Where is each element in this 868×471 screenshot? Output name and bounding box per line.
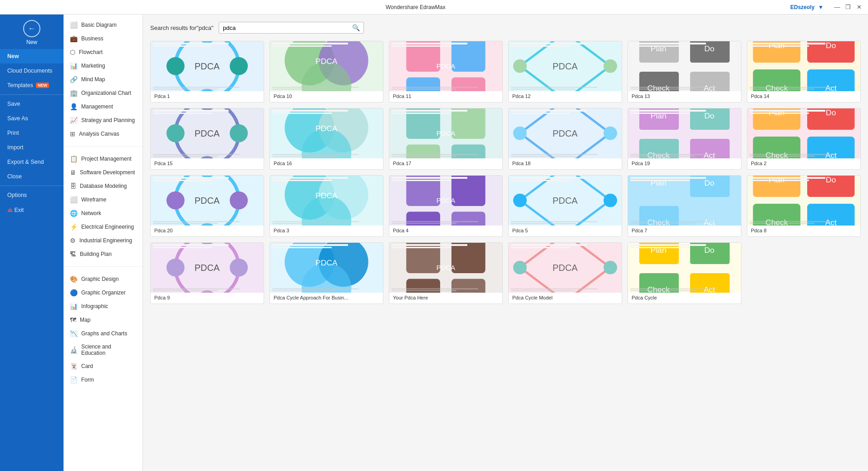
maximize-btn[interactable]: ❐ <box>843 3 853 12</box>
template-card-pdca2[interactable]: Plan Do Check Act Pdca 2 <box>747 108 861 170</box>
middle-item-building[interactable]: 🏗 Building Plan <box>64 247 142 261</box>
middle-item-map[interactable]: 🗺 Map <box>64 313 142 327</box>
business-icon: 💼 <box>70 35 78 42</box>
template-name-pdca4: Pdca 4 <box>389 226 502 236</box>
middle-item-graphic-org[interactable]: 🔵 Graphic Organizer <box>64 286 142 299</box>
template-name-pdca20: Pdca 20 <box>151 226 264 236</box>
template-card-pdca19[interactable]: Plan Do Check Act Pdca 19 <box>628 108 741 170</box>
middle-item-org-chart[interactable]: 🏢 Organizational Chart <box>64 86 142 100</box>
middle-item-project[interactable]: 📋 Project Management <box>64 152 142 166</box>
strategy-icon: 📈 <box>70 117 78 124</box>
template-thumb-pdca11: PDCA <box>389 41 502 91</box>
template-card-pdca18[interactable]: PDCA Pdca 18 <box>508 108 622 170</box>
svg-point-40 <box>167 124 185 142</box>
sidebar-item-cloud[interactable]: Cloud Documents <box>0 64 64 78</box>
middle-item-electrical[interactable]: ⚡ Electrical Engineering <box>64 220 142 234</box>
search-label: Search results for"pdca" <box>150 25 213 31</box>
sidebar-item-save[interactable]: Save <box>0 97 64 111</box>
middle-item-form[interactable]: 📄 Form <box>64 373 142 387</box>
industrial-icon: ⚙ <box>70 237 76 244</box>
template-card-your-pdca[interactable]: PDCA Your Pdca Here <box>389 242 503 304</box>
template-card-pdca5[interactable]: PDCA Pdca 5 <box>508 175 622 237</box>
middle-item-flowchart[interactable]: ⬡ Flowchart <box>64 45 142 59</box>
middle-item-database[interactable]: 🗄 Database Modeling <box>64 179 142 193</box>
close-btn[interactable]: ✕ <box>854 3 863 12</box>
template-name-pdca14: Pdca 14 <box>747 91 860 102</box>
template-name-pdca7: Pdca 7 <box>628 226 741 236</box>
template-card-pdca3[interactable]: PDCA Pdca 3 <box>270 175 383 237</box>
svg-point-112 <box>167 259 185 277</box>
middle-panel: ⬜ Basic Diagram 💼 Business ⬡ Flowchart 📊… <box>64 15 143 471</box>
template-card-pdca9[interactable]: PDCA Pdca 9 <box>150 242 264 304</box>
sidebar-item-new[interactable]: New <box>0 49 64 64</box>
sidebar-divider-2 <box>0 186 64 186</box>
middle-item-business[interactable]: 💼 Business <box>64 32 142 45</box>
template-card-pdca-cycle-business[interactable]: PDCA Pdca Cycle Approach For Busin... <box>270 242 383 304</box>
template-card-pdca11[interactable]: PDCA Pdca 11 <box>389 41 503 103</box>
template-card-pdca15[interactable]: PDCA Pdca 15 <box>150 108 264 170</box>
network-icon: 🌐 <box>70 210 78 217</box>
sidebar-item-print[interactable]: Print <box>0 126 64 140</box>
middle-item-graphs[interactable]: 📉 Graphs and Charts <box>64 327 142 340</box>
middle-item-marketing[interactable]: 📊 Marketing <box>64 59 142 73</box>
template-card-pdca-cycle[interactable]: Plan Do Check Act Pdca Cycle <box>628 242 741 304</box>
template-card-pdca1[interactable]: PDCA Pdca 1 <box>150 41 264 103</box>
template-card-pdca20[interactable]: PDCA Pdca 20 <box>150 175 264 237</box>
template-card-pdca17[interactable]: PDCA Pdca 17 <box>389 108 503 170</box>
minimize-btn[interactable]: — <box>833 3 842 12</box>
template-name-pdca16: Pdca 16 <box>270 158 383 169</box>
middle-item-infographic[interactable]: 📊 Infographic <box>64 299 142 313</box>
template-card-pdca16[interactable]: PDCA Pdca 16 <box>270 108 383 170</box>
svg-point-126 <box>513 261 527 275</box>
middle-item-strategy[interactable]: 📈 Strategy and Planning <box>64 113 142 127</box>
dropdown-icon[interactable]: ▼ <box>818 4 824 10</box>
middle-item-management[interactable]: 👤 Management <box>64 100 142 113</box>
search-input[interactable] <box>223 25 349 31</box>
svg-text:PDCA: PDCA <box>436 196 456 204</box>
back-button[interactable]: ← <box>23 20 40 37</box>
template-card-pdca7[interactable]: Plan Do Check Act Pdca 7 <box>628 175 741 237</box>
search-icon[interactable]: 🔍 <box>352 24 360 31</box>
sidebar-item-options[interactable]: Options <box>0 188 64 202</box>
template-card-pdca14[interactable]: Plan Do Check Act Pdca 14 <box>747 41 861 103</box>
sidebar-item-export[interactable]: Export & Send <box>0 155 64 169</box>
project-icon: 📋 <box>70 155 78 162</box>
middle-item-graphic-design[interactable]: 🎨 Graphic Design <box>64 272 142 286</box>
svg-text:PDCA: PDCA <box>195 128 220 138</box>
template-name-pdca12: Pdca 12 <box>509 91 622 102</box>
svg-text:PDCA: PDCA <box>553 263 578 273</box>
template-thumb-pdca10: PDCA <box>270 41 383 91</box>
template-card-pdca4[interactable]: PDCA Pdca 4 <box>389 175 503 237</box>
template-card-pdca10[interactable]: PDCA Pdca 10 <box>270 41 383 103</box>
middle-item-mind-map[interactable]: 🔗 Mind Map <box>64 73 142 86</box>
middle-item-industrial[interactable]: ⚙ Industrial Engineering <box>64 234 142 247</box>
svg-text:PDCA: PDCA <box>315 57 338 66</box>
template-card-pdca-cycle-model[interactable]: PDCA Pdca Cycle Model <box>508 242 622 304</box>
template-name-your-pdca: Your Pdca Here <box>389 293 502 304</box>
middle-section-1: ⬜ Basic Diagram 💼 Business ⬡ Flowchart 📊… <box>64 15 142 144</box>
svg-text:PDCA: PDCA <box>315 124 338 133</box>
template-card-pdca12[interactable]: PDCA Pdca 12 <box>508 41 622 103</box>
middle-item-card[interactable]: 🃏 Card <box>64 359 142 373</box>
app-title: Wondershare EdrawMax <box>41 4 790 10</box>
sidebar-item-templates[interactable]: Templates NEW <box>0 78 64 93</box>
sidebar-item-import[interactable]: Import <box>0 140 64 155</box>
sidebar-item-saveas[interactable]: Save As <box>0 111 64 126</box>
sidebar-item-close[interactable]: Close <box>0 169 64 184</box>
management-icon: 👤 <box>70 103 78 110</box>
template-name-pdca5: Pdca 5 <box>509 226 622 236</box>
svg-text:PDCA: PDCA <box>315 191 338 200</box>
sidebar-item-exit[interactable]: ⏏ Exit <box>0 202 64 217</box>
middle-item-wireframe[interactable]: ⬜ Wireframe <box>64 193 142 206</box>
template-card-pdca8[interactable]: Plan Do Check Act Pdca 8 <box>747 175 861 237</box>
middle-item-analysis[interactable]: ⊞ Analysis Canvas <box>64 127 142 141</box>
template-thumb-pdca1: PDCA <box>151 41 264 91</box>
svg-point-38 <box>230 124 248 142</box>
template-card-pdca13[interactable]: Plan Do Check Act Pdca 13 <box>628 41 741 103</box>
middle-item-science[interactable]: 🔬 Science and Education <box>64 340 142 359</box>
middle-item-software[interactable]: 🖥 Software Development <box>64 166 142 179</box>
svg-point-54 <box>513 127 527 140</box>
middle-item-basic-diagram[interactable]: ⬜ Basic Diagram <box>64 18 142 32</box>
template-name-pdca10: Pdca 10 <box>270 91 383 102</box>
middle-item-network[interactable]: 🌐 Network <box>64 206 142 220</box>
